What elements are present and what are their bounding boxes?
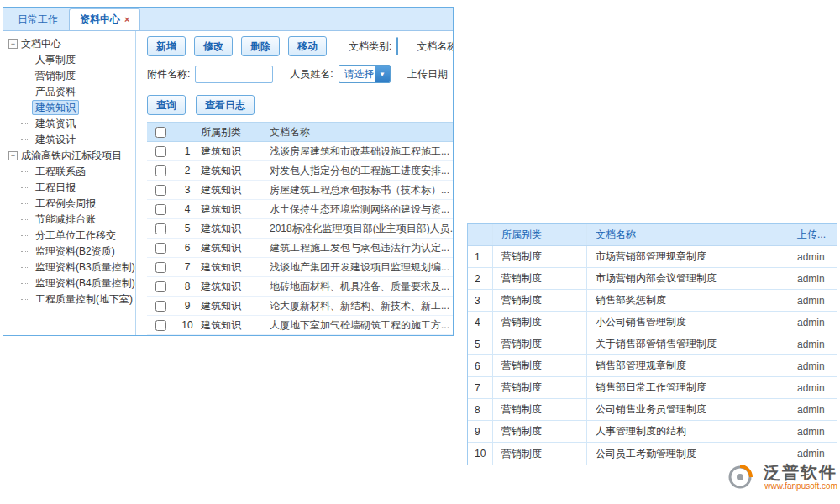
sidebar-item-building-knowledge[interactable]: 建筑知识 (13, 100, 135, 116)
table-row[interactable]: 7 营销制度 销售部日常工作管理制度 admin (468, 377, 837, 399)
sidebar-item-hr-policy[interactable]: 人事制度 (13, 52, 135, 68)
row-doc-name[interactable]: 销售部日常工作管理制度 (587, 377, 790, 398)
tree-root-document-center[interactable]: − 文档中心 (8, 36, 135, 52)
row-checkbox[interactable] (155, 204, 166, 215)
table-row[interactable]: 8 营销制度 公司销售业务员管理制度 admin (468, 399, 837, 421)
row-doc-name[interactable]: 公司员工考勤管理制度 (587, 443, 790, 465)
sidebar-item-work-transfer[interactable]: 分工单位工作移交 (13, 228, 135, 244)
sidebar-item-weekly-meeting[interactable]: 工程例会周报 (13, 196, 135, 212)
row-doc-name[interactable]: 水土保持生态环境监测网络的建设与资... (270, 202, 453, 217)
collapse-icon[interactable]: − (8, 39, 18, 49)
row-index: 3 (174, 184, 201, 196)
table-row[interactable]: 9 建筑知识 论大厦新材料、新结构、新技术、新工... (147, 297, 453, 316)
row-index: 4 (174, 203, 201, 215)
row-category: 建筑知识 (201, 299, 270, 313)
row-doc-name[interactable]: 对发包人指定分包的工程施工进度安排... (270, 164, 453, 178)
tab-close-icon[interactable]: × (124, 14, 129, 24)
sidebar-item-building-design[interactable]: 建筑设计 (13, 132, 135, 148)
row-uploader: admin (790, 399, 837, 420)
tab-data-center[interactable]: 资料中心× (69, 8, 140, 30)
edit-button[interactable]: 修改 (194, 36, 233, 56)
table-row[interactable]: 9 营销制度 人事管理制度的结构 admin (468, 421, 837, 443)
chevron-down-icon: ▼ (375, 66, 390, 82)
row-checkbox[interactable] (155, 281, 166, 292)
tab-daily-work[interactable]: 日常工作 (7, 8, 69, 30)
table-row[interactable]: 1 建筑知识 浅谈房屋建筑和市政基础设施工程施工... (147, 142, 453, 161)
view-log-button[interactable]: 查看日志 (196, 95, 255, 115)
tree-item-label: 监理资料(B4质量控制) (32, 276, 136, 291)
add-button[interactable]: 新增 (147, 36, 186, 56)
row-checkbox[interactable] (155, 146, 166, 157)
row-doc-name[interactable]: 销售部奖惩制度 (587, 290, 790, 311)
person-name-select[interactable]: 请选择 ▼ (339, 65, 391, 83)
table-row[interactable]: 3 建筑知识 房屋建筑工程总承包投标书（技术标）... (147, 181, 453, 200)
sidebar-item-supervision-b2[interactable]: 监理资料(B2资质) (13, 244, 135, 260)
row-checkbox[interactable] (155, 185, 166, 196)
attachment-name-input[interactable] (195, 66, 273, 83)
row-category: 建筑知识 (201, 318, 270, 333)
tree-children: 工程联系函 工程日报 工程例会周报 节能减排台账 分工单位工作移交 监理资料(B… (13, 164, 135, 307)
table-row[interactable]: 3 营销制度 销售部奖惩制度 admin (468, 290, 837, 312)
select-all-checkbox[interactable] (155, 127, 166, 138)
row-doc-name[interactable]: 房屋建筑工程总承包投标书（技术标）... (270, 183, 453, 197)
collapse-icon[interactable]: − (8, 151, 18, 160)
row-checkbox[interactable] (155, 262, 166, 273)
table-row[interactable]: 5 建筑知识 2018标准化监理项目部(业主项目部)人员... (147, 219, 453, 239)
row-doc-name[interactable]: 浅谈房屋建筑和市政基础设施工程施工... (270, 144, 453, 159)
tree-root-label: 成渝高铁内江标段项目 (21, 148, 122, 164)
sidebar-item-quality-basement[interactable]: 工程质量控制(地下室) (13, 291, 135, 307)
table-row[interactable]: 4 建筑知识 水土保持生态环境监测网络的建设与资... (147, 200, 453, 219)
row-doc-name[interactable]: 地砖地面材料、机具准备、质量要求及... (270, 280, 453, 294)
row-doc-name[interactable]: 大厦地下室加气砼墙砌筑工程的施工方... (270, 318, 453, 333)
table-row[interactable]: 6 营销制度 销售部管理规章制度 admin (468, 355, 837, 377)
row-checkbox-cell (147, 145, 174, 157)
delete-button[interactable]: 删除 (241, 36, 280, 56)
row-checkbox[interactable] (155, 243, 166, 254)
table-row[interactable]: 10 营销制度 公司员工考勤管理制度 admin (468, 443, 837, 465)
row-doc-name[interactable]: 市场营销部管理规章制度 (587, 246, 790, 267)
sidebar-item-energy-ledger[interactable]: 节能减排台账 (13, 212, 135, 228)
sidebar-item-building-news[interactable]: 建筑资讯 (13, 116, 135, 132)
move-button[interactable]: 移动 (288, 36, 327, 56)
row-checkbox[interactable] (155, 301, 166, 312)
sidebar-item-contact-letter[interactable]: 工程联系函 (13, 164, 135, 180)
sidebar-item-supervision-b4[interactable]: 监理资料(B4质量控制) (13, 276, 135, 291)
table-row[interactable]: 5 营销制度 关于销售部管销售管理制度 admin (468, 333, 837, 355)
table-row[interactable]: 8 建筑知识 地砖地面材料、机具准备、质量要求及... (147, 277, 453, 297)
row-doc-name[interactable]: 销售部管理规章制度 (587, 355, 790, 376)
document-center-window: 日常工作 资料中心× − 文档中心 人事制度 营销制度 产品资料 建筑知识 建筑… (3, 7, 454, 336)
table-row[interactable]: 4 营销制度 小公司销售管理制度 admin (468, 312, 837, 333)
row-index: 5 (174, 223, 201, 234)
row-uploader: admin (790, 246, 837, 267)
row-doc-name[interactable]: 浅谈地产集团开发建设项目监理规划编... (270, 260, 453, 275)
row-doc-name[interactable]: 建筑工程施工发包与承包违法行为认定... (270, 241, 453, 255)
row-index: 7 (174, 261, 201, 273)
table-row[interactable]: 10 建筑知识 大厦地下室加气砼墙砌筑工程的施工方... (147, 316, 453, 335)
search-button[interactable]: 查询 (147, 95, 186, 115)
doc-category-select[interactable]: 请选择 ▼ (396, 37, 398, 55)
upload-date-label: 上传日期 (407, 67, 448, 81)
row-checkbox[interactable] (155, 223, 166, 234)
row-doc-name[interactable]: 市场营销内部会议管理制度 (587, 268, 790, 289)
row-doc-name[interactable]: 2018标准化监理项目部(业主项目部)人员... (270, 222, 453, 236)
row-doc-name[interactable]: 公司销售业务员管理制度 (587, 399, 790, 420)
sidebar-item-daily-report[interactable]: 工程日报 (13, 180, 135, 196)
table-row[interactable]: 1 营销制度 市场营销部管理规章制度 admin (468, 246, 837, 268)
table-row[interactable]: 2 营销制度 市场营销内部会议管理制度 admin (468, 268, 837, 290)
table-row[interactable]: 6 建筑知识 建筑工程施工发包与承包违法行为认定... (147, 239, 453, 258)
sidebar-item-supervision-b3[interactable]: 监理资料(B3质量控制) (13, 260, 135, 276)
sidebar-item-marketing-policy[interactable]: 营销制度 (13, 68, 135, 84)
row-index: 5 (468, 333, 493, 354)
row-uploader: admin (790, 290, 837, 311)
tree-root-railway-project[interactable]: − 成渝高铁内江标段项目 (8, 148, 135, 164)
row-checkbox[interactable] (155, 320, 166, 331)
table-row[interactable]: 2 建筑知识 对发包人指定分包的工程施工进度安排... (147, 161, 453, 181)
row-category: 建筑知识 (201, 183, 270, 197)
row-checkbox[interactable] (155, 165, 166, 176)
row-doc-name[interactable]: 小公司销售管理制度 (587, 312, 790, 333)
row-doc-name[interactable]: 论大厦新材料、新结构、新技术、新工... (270, 299, 453, 313)
sidebar-item-product-data[interactable]: 产品资料 (13, 84, 135, 100)
row-doc-name[interactable]: 人事管理制度的结构 (587, 421, 790, 442)
row-doc-name[interactable]: 关于销售部管销售管理制度 (587, 333, 790, 354)
table-row[interactable]: 7 建筑知识 浅谈地产集团开发建设项目监理规划编... (147, 258, 453, 277)
